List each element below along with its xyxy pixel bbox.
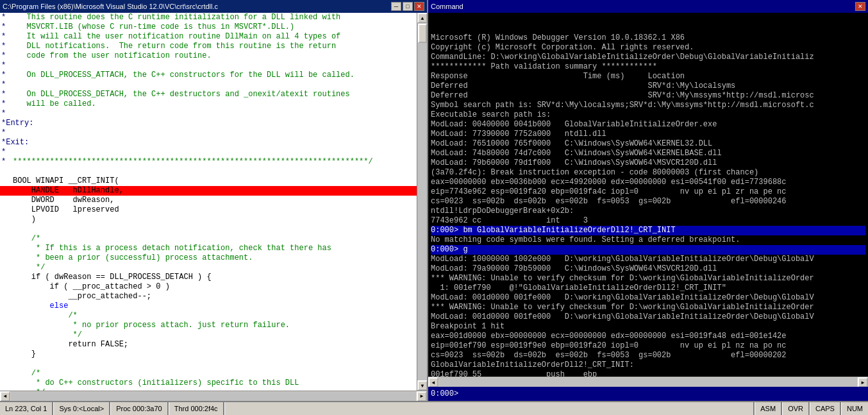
- line-gutter: *: [0, 51, 12, 61]
- command-line: ModLoad: 10000000 1002e000 D:\working\Gl…: [431, 255, 865, 264]
- line-content: }: [12, 350, 36, 359]
- line-content: [12, 128, 13, 138]
- line-gutter: [0, 369, 12, 378]
- code-scroll-up-button[interactable]: ▲: [417, 13, 427, 23]
- code-line: * been a prior (successful) process atta…: [0, 253, 417, 263]
- code-title-bar: C:\Program Files (x86)\Microsoft Visual …: [0, 0, 427, 13]
- status-thrd: Thrd 000:2f4c: [169, 402, 224, 415]
- code-line: *: [0, 148, 417, 157]
- code-line: [0, 224, 417, 234]
- line-content: [29, 138, 30, 148]
- line-gutter: [0, 292, 12, 301]
- line-content: ****************************************…: [12, 157, 373, 167]
- code-line: else: [0, 301, 417, 311]
- cmd-hscroll-right-button[interactable]: ►: [858, 377, 868, 387]
- command-line: ModLoad: 77390000 7752a000 ntdll.dll: [431, 130, 865, 139]
- code-line: *Exit:: [0, 138, 417, 148]
- line-gutter: [0, 224, 12, 234]
- line-gutter: *: [0, 128, 12, 138]
- line-gutter: [0, 167, 12, 176]
- line-gutter: [0, 205, 12, 215]
- line-gutter: *Entry:: [0, 119, 33, 128]
- code-hscroll-track[interactable]: [11, 392, 416, 401]
- code-line: * will be called.: [0, 99, 417, 109]
- command-line: *** WARNING: Unable to verify checksum f…: [431, 274, 865, 284]
- line-gutter: [0, 176, 12, 186]
- line-content: [12, 80, 13, 90]
- code-hscroll-right-button[interactable]: ►: [417, 391, 427, 402]
- code-line: [0, 359, 417, 369]
- line-gutter: *: [0, 80, 12, 90]
- command-line: ModLoad: 001d0000 001fe000 D:\working\Gl…: [431, 312, 865, 322]
- code-maximize-button[interactable]: □: [403, 2, 413, 11]
- line-content: HANDLE hDllHandle,: [12, 186, 124, 196]
- command-title-bar: Command ✕: [428, 0, 868, 13]
- code-line: return FALSE;: [0, 340, 417, 350]
- code-line: /*: [0, 311, 417, 321]
- line-content: [12, 224, 13, 234]
- command-line: 7743e962 cc int 3: [431, 216, 865, 226]
- cmd-hscroll-track[interactable]: [439, 378, 857, 387]
- line-gutter: [0, 330, 12, 340]
- command-hscrollbar[interactable]: ◄ ►: [428, 377, 868, 387]
- line-gutter: *: [0, 61, 12, 71]
- code-line: *: [0, 128, 417, 138]
- code-scroll-thumb[interactable]: [418, 24, 427, 43]
- code-scroll-down-button[interactable]: ▼: [417, 380, 427, 391]
- line-gutter: [0, 253, 12, 263]
- code-title-text: C:\Program Files (x86)\Microsoft Visual …: [3, 3, 391, 10]
- command-line: Response Time (ms) Location: [431, 72, 865, 81]
- line-gutter: [0, 196, 12, 205]
- status-spacer: [224, 402, 755, 415]
- command-line: Deferred SRV*d:\My\localsyms: [431, 81, 865, 91]
- line-content: * no prior process attach. just return f…: [12, 321, 290, 330]
- command-panel: Command ✕ Microsoft (R) Windows Debugger…: [428, 0, 868, 401]
- code-close-button[interactable]: ✕: [414, 2, 424, 11]
- status-asm: ASM: [755, 402, 782, 415]
- line-gutter: *: [0, 99, 12, 109]
- line-gutter: [0, 282, 12, 292]
- command-input[interactable]: [458, 389, 865, 398]
- command-line: ModLoad: 001d0000 001fe000 D:\working\Gl…: [431, 293, 865, 303]
- command-input-line[interactable]: 0:000>: [428, 387, 868, 401]
- status-position: Ln 223, Col 1: [0, 402, 53, 415]
- code-scroll-track[interactable]: [417, 23, 427, 380]
- code-hscrollbar[interactable]: ◄ ►: [0, 391, 427, 401]
- cmd-hscroll-left-button[interactable]: ◄: [428, 377, 438, 387]
- command-line: Deferred SRV*d:\My\mssyms*http://msdl.mi…: [431, 91, 865, 101]
- code-vscrollbar[interactable]: ▲ ▼: [417, 13, 427, 391]
- line-gutter: [0, 273, 12, 282]
- code-hscroll-left-button[interactable]: ◄: [0, 391, 10, 402]
- code-minimize-button[interactable]: ─: [391, 2, 401, 11]
- code-title-buttons: ─ □ ✕: [391, 2, 424, 11]
- line-content: code from the user notification routine.: [12, 51, 212, 61]
- command-line: ModLoad: 79b60000 79d1f000 C:\Windows\Sy…: [431, 158, 865, 168]
- code-line: * do C++ constructors (initializers) spe…: [0, 378, 417, 388]
- code-line: /*: [0, 369, 417, 378]
- command-line: eip=001ef790 esp=0019f9e0 ebp=0019fa20 i…: [431, 341, 865, 351]
- code-line: [0, 167, 417, 176]
- status-sys: Sys 0:<Local>: [53, 402, 110, 415]
- status-bar: Ln 223, Col 1 Sys 0:<Local> Proc 000:3a7…: [0, 401, 868, 415]
- status-ovr: OVR: [782, 402, 810, 415]
- line-gutter: [0, 321, 12, 330]
- command-line: CommandLine: D:\working\GlobalVariableIn…: [431, 53, 865, 62]
- command-line: Copyright (c) Microsoft Corporation. All…: [431, 43, 865, 53]
- line-content: [12, 359, 13, 369]
- command-close-button[interactable]: ✕: [855, 2, 865, 11]
- line-content: else: [12, 301, 68, 311]
- line-gutter: [0, 350, 12, 359]
- line-gutter: [0, 311, 12, 321]
- line-content: return FALSE;: [12, 340, 128, 350]
- line-content: /*: [12, 311, 78, 321]
- command-line: ntdll!LdrpDoDebuggerBreak+0x2b:: [431, 207, 865, 216]
- status-num: NUM: [841, 402, 868, 415]
- code-line: */: [0, 388, 417, 391]
- line-content: DWORD dwReason,: [12, 196, 114, 205]
- code-line: * This routine does the C runtime initia…: [0, 13, 417, 22]
- code-line: * MSVCRT.LIB (whose C run-time code is t…: [0, 22, 417, 32]
- line-gutter: *: [0, 71, 12, 80]
- command-line: cs=0023 ss=002b ds=002b es=002b fs=0053 …: [431, 197, 865, 207]
- line-gutter: *: [0, 90, 12, 99]
- command-output-area: Microsoft (R) Windows Debugger Version 1…: [428, 13, 868, 377]
